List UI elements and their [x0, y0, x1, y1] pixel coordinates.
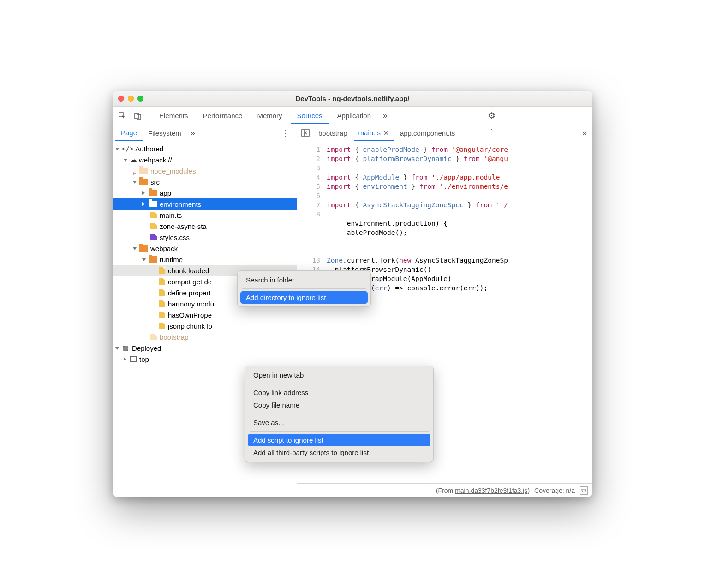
tree-label: main.ts	[160, 211, 182, 219]
chevron-right-icon	[142, 190, 148, 196]
folder-context-menu: Search in folder Add directory to ignore…	[237, 270, 371, 307]
tree-webpack-scheme[interactable]: ☁ webpack://	[113, 154, 297, 165]
tree-runtime[interactable]: runtime	[113, 254, 297, 265]
subtabs-overflow-icon[interactable]: »	[187, 128, 199, 138]
tree-authored[interactable]: </> Authored	[113, 143, 297, 154]
ctx-copy-link[interactable]: Copy link address	[248, 386, 430, 399]
chevron-down-icon	[115, 146, 121, 151]
tree-label: webpack://	[139, 156, 172, 164]
tree-label: node_modules	[150, 167, 196, 175]
filetab-bootstrap[interactable]: bootstrap	[314, 126, 352, 140]
js-file-icon	[159, 323, 165, 329]
package-icon	[122, 345, 129, 351]
filetab-app-component[interactable]: app.component.ts	[395, 126, 460, 140]
device-toolbar-icon[interactable]	[131, 109, 145, 123]
menu-divider	[250, 384, 429, 384]
folder-open-icon	[149, 256, 157, 263]
ctx-copy-file-name[interactable]: Copy file name	[248, 399, 430, 411]
ctx-save-as[interactable]: Save as...	[248, 416, 430, 429]
filetab-label: main.ts	[358, 129, 381, 137]
ctx-open-new-tab[interactable]: Open in new tab	[248, 369, 430, 381]
frame-icon	[130, 356, 137, 362]
css-file-icon	[150, 234, 157, 240]
chevron-right-icon: ▸	[133, 168, 138, 174]
tree-label: compat get de	[168, 278, 212, 286]
tree-label: environments	[160, 200, 201, 208]
close-tab-icon[interactable]: ✕	[383, 129, 389, 137]
chevron-right-icon	[124, 356, 129, 362]
chevron-right-icon	[142, 201, 148, 207]
tree-styles-css[interactable]: styles.css	[113, 232, 297, 243]
tree-hasown[interactable]: hasOwnPrope	[113, 309, 297, 320]
tab-sources[interactable]: Sources	[291, 108, 329, 124]
devtools-tabbar: Elements Performance Memory Sources Appl…	[113, 107, 592, 125]
tab-performance[interactable]: Performance	[197, 108, 249, 123]
coverage-label: Coverage: n/a	[534, 487, 575, 494]
tree-zone-async[interactable]: zone-async-sta	[113, 221, 297, 232]
navigator-more-icon[interactable]: ⋮	[276, 128, 294, 138]
js-file-icon	[159, 312, 165, 318]
ctx-search-in-folder[interactable]: Search in folder	[240, 274, 368, 286]
pretty-print-icon[interactable]	[580, 486, 588, 495]
folder-icon	[139, 168, 148, 174]
js-file-icon	[159, 300, 165, 307]
js-file-icon	[159, 278, 165, 285]
nav-panel-icon[interactable]	[299, 126, 312, 139]
navigator-subtabs: Page Filesystem » ⋮	[113, 125, 297, 141]
tree-deployed[interactable]: Deployed	[113, 342, 297, 354]
from-sourcemap: (From main.da33f7b2fe3f1fa3.js)	[436, 487, 530, 494]
tree-label: jsonp chunk lo	[168, 322, 212, 330]
tree-environments[interactable]: environments	[113, 198, 297, 210]
filetab-label: app.component.ts	[400, 129, 455, 137]
chevron-down-icon	[115, 345, 121, 351]
ctx-add-directory-ignore[interactable]: Add directory to ignore list	[240, 291, 368, 304]
tree-label: Authored	[135, 145, 163, 153]
tree-bootstrap-file[interactable]: bootstrap	[113, 331, 297, 342]
separator	[149, 111, 149, 121]
tab-elements[interactable]: Elements	[153, 108, 195, 123]
devtools-window: DevTools - ng-devtools.netlify.app/ Elem…	[113, 91, 592, 497]
chevron-down-icon	[124, 157, 129, 162]
folder-icon	[149, 201, 157, 207]
sourcemap-link[interactable]: main.da33f7b2fe3f1fa3.js	[455, 487, 527, 494]
tree-label: bootstrap	[160, 333, 189, 341]
settings-gear-icon[interactable]: ⚙	[488, 110, 496, 121]
folder-icon	[149, 190, 157, 196]
tree-label: runtime	[160, 256, 183, 264]
cloud-icon: ☁	[130, 156, 137, 164]
tree-top[interactable]: top	[113, 354, 297, 365]
inspect-element-icon[interactable]	[115, 109, 129, 123]
js-file-icon	[150, 212, 157, 218]
ctx-add-third-party-ignore[interactable]: Add all third-party scripts to ignore li…	[248, 446, 430, 459]
tab-application[interactable]: Application	[331, 108, 377, 123]
tree-src[interactable]: src	[113, 176, 297, 187]
js-file-icon	[150, 223, 157, 229]
folder-open-icon	[139, 179, 148, 185]
tree-main-ts[interactable]: main.ts	[113, 210, 297, 221]
tree-app[interactable]: app	[113, 187, 297, 198]
ctx-add-script-ignore[interactable]: Add script to ignore list	[248, 434, 430, 446]
filetabs-overflow-icon[interactable]: »	[579, 128, 591, 138]
tree-label: webpack	[150, 245, 178, 252]
svg-rect-1	[135, 113, 138, 119]
tabs-overflow-icon[interactable]: »	[379, 111, 391, 120]
subtab-filesystem[interactable]: Filesystem	[143, 126, 187, 140]
tree-label: src	[150, 178, 160, 186]
chevron-down-icon	[142, 257, 148, 262]
menu-divider	[242, 288, 366, 289]
tree-label: harmony modu	[168, 300, 214, 308]
menu-divider	[250, 414, 429, 414]
folder-open-icon	[139, 245, 148, 252]
tree-jsonp[interactable]: jsonp chunk lo	[113, 320, 297, 331]
tree-node-modules[interactable]: ▸ node_modules	[113, 165, 297, 176]
filetab-main-ts[interactable]: main.ts ✕	[354, 126, 394, 141]
window-title: DevTools - ng-devtools.netlify.app/	[113, 95, 592, 102]
chevron-down-icon	[133, 246, 138, 251]
chevron-down-icon	[133, 179, 138, 185]
tree-label: top	[139, 355, 149, 363]
tab-memory[interactable]: Memory	[251, 108, 288, 123]
js-file-icon	[159, 289, 165, 296]
tree-label: chunk loaded	[168, 267, 209, 275]
tree-webpack[interactable]: webpack	[113, 243, 297, 254]
subtab-page[interactable]: Page	[115, 126, 143, 141]
